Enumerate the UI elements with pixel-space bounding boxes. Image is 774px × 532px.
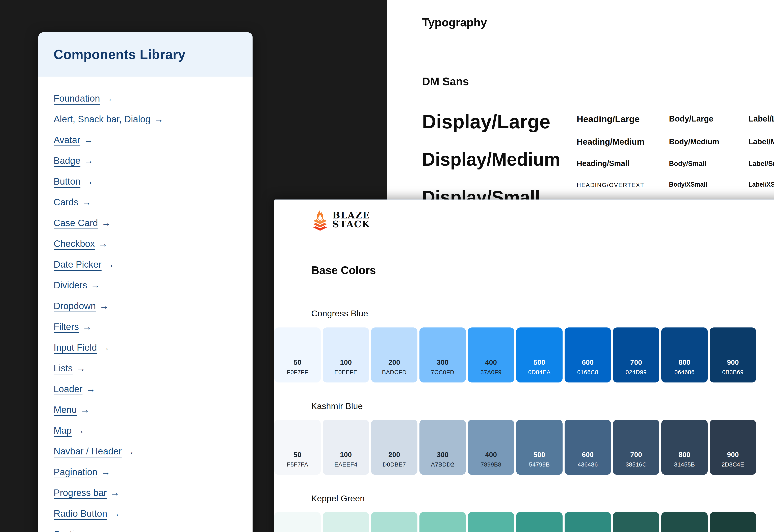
component-link-item: Foundation→ xyxy=(54,93,253,104)
palette-name: Congress Blue xyxy=(311,309,774,318)
component-link[interactable]: Alert, Snack bar, Dialog xyxy=(54,114,151,125)
swatch-step-label: 200 xyxy=(388,451,400,459)
design-system-canvas: Components Library Foundation→Alert, Sna… xyxy=(0,0,774,532)
swatch-hex-label: 0B3B69 xyxy=(722,369,744,376)
color-swatch: 700024D99 xyxy=(613,327,659,382)
color-swatch xyxy=(710,512,756,532)
arrow-right-icon: → xyxy=(111,508,120,519)
arrow-right-icon: → xyxy=(154,114,163,125)
component-link[interactable]: Navbar / Header xyxy=(54,446,122,457)
component-link[interactable]: Button xyxy=(54,176,80,187)
base-colors-panel: BLAZE STACK Base Colors Congress Blue50F… xyxy=(274,199,774,532)
color-swatch: 50054799B xyxy=(516,420,563,475)
components-library-card: Components Library Foundation→Alert, Sna… xyxy=(38,32,253,532)
component-link[interactable]: Radio Button xyxy=(54,508,107,519)
type-style-specimen: HEADING/OVERTEXT xyxy=(577,182,644,188)
label-styles-column: Label/LargeLabel/MediumLabel/SmallLabel/… xyxy=(748,0,774,222)
component-link[interactable]: Foundation xyxy=(54,93,100,104)
component-link[interactable]: Badge xyxy=(54,155,80,166)
swatch-step-label: 300 xyxy=(437,451,448,459)
palette-swatch-row: 50F5F7FA100EAEEF4200D0DBE7300A7BDD240078… xyxy=(274,420,762,475)
swatch-hex-label: 7CC0FD xyxy=(431,369,454,376)
swatch-hex-label: E0EEFE xyxy=(334,369,357,376)
color-swatch xyxy=(613,512,659,532)
type-style-specimen: Body/XSmall xyxy=(669,181,707,188)
component-link-item: Radio Button→ xyxy=(54,508,253,519)
type-style-specimen: Label/Small xyxy=(748,160,774,167)
component-link-item: Navbar / Header→ xyxy=(54,446,253,457)
display-styles-column: Display/LargeDisplay/MediumDisplay/Small xyxy=(422,0,527,222)
color-swatch xyxy=(565,512,611,532)
arrow-right-icon: → xyxy=(80,404,90,415)
component-link-item: Input Field→ xyxy=(54,342,253,353)
component-link[interactable]: Pagination xyxy=(54,467,97,477)
component-link[interactable]: Avatar xyxy=(54,134,80,145)
palette-swatch-row: 50F0F7FF100E0EEFE200BADCFD3007CC0FD40037… xyxy=(274,327,762,382)
swatch-hex-label: 31455B xyxy=(674,461,695,468)
component-link[interactable]: Progress bar xyxy=(54,487,107,498)
arrow-right-icon: → xyxy=(105,259,114,270)
color-swatch xyxy=(661,512,708,532)
swatch-hex-label: 0166C8 xyxy=(577,369,598,376)
color-swatch: 100E0EEFE xyxy=(323,327,369,382)
component-link[interactable]: Menu xyxy=(54,404,77,415)
arrow-right-icon: → xyxy=(125,446,135,457)
type-style-specimen: Label/Large xyxy=(748,114,774,123)
component-link-item: Dividers→ xyxy=(54,280,253,291)
component-link[interactable]: Lists xyxy=(54,363,73,374)
component-link[interactable]: Case Card xyxy=(54,217,98,228)
arrow-right-icon: → xyxy=(91,280,100,291)
color-swatch xyxy=(468,512,514,532)
component-link-item: Menu→ xyxy=(54,404,253,415)
color-swatch: 5000D84EA xyxy=(516,327,563,382)
component-link-item: Section→ xyxy=(54,529,253,532)
color-swatch xyxy=(419,512,466,532)
swatch-step-label: 600 xyxy=(582,358,594,366)
color-swatch: 50F0F7FF xyxy=(274,327,321,382)
component-link[interactable]: Map xyxy=(54,425,72,436)
component-link[interactable]: Dropdown xyxy=(54,300,96,311)
swatch-step-label: 100 xyxy=(340,451,352,459)
component-link-item: Pagination→ xyxy=(54,466,253,478)
swatch-hex-label: 064686 xyxy=(674,369,695,376)
component-link[interactable]: Dividers xyxy=(54,280,87,291)
component-link[interactable]: Loader xyxy=(54,383,82,394)
arrow-right-icon: → xyxy=(100,300,109,311)
arrow-right-icon: → xyxy=(101,467,110,477)
color-swatch: 600436486 xyxy=(565,420,611,475)
swatch-hex-label: A7BDD2 xyxy=(431,461,454,468)
color-swatch: 9002D3C4E xyxy=(710,420,756,475)
swatch-hex-label: 024D99 xyxy=(626,369,647,376)
swatch-hex-label: D0DBE7 xyxy=(383,461,406,468)
arrow-right-icon: → xyxy=(84,155,93,166)
component-link-item: Cards→ xyxy=(54,196,253,208)
color-swatch: 9000B3B69 xyxy=(710,327,756,382)
component-link[interactable]: Input Field xyxy=(54,342,97,353)
component-link-item: Case Card→ xyxy=(54,217,253,229)
swatch-hex-label: EAEEF4 xyxy=(334,461,357,468)
swatch-step-label: 600 xyxy=(582,451,594,459)
swatch-step-label: 900 xyxy=(727,358,739,366)
component-link-item: Alert, Snack bar, Dialog→ xyxy=(54,113,253,125)
type-style-specimen: Display/Medium xyxy=(422,149,560,170)
component-link[interactable]: Cards xyxy=(54,197,78,208)
swatch-step-label: 300 xyxy=(437,358,448,366)
type-style-specimen: Heading/Medium xyxy=(577,137,644,147)
component-link[interactable]: Filters xyxy=(54,321,79,332)
blaze-stack-logo: BLAZE STACK xyxy=(311,209,370,231)
type-style-specimen: Body/Small xyxy=(669,160,706,167)
color-swatch xyxy=(516,512,563,532)
arrow-right-icon: → xyxy=(86,383,95,394)
arrow-right-icon: → xyxy=(82,197,91,208)
arrow-right-icon: → xyxy=(84,176,93,187)
heading-styles-column: Heading/LargeHeading/MediumHeading/Small… xyxy=(577,0,681,222)
component-link[interactable]: Checkbox xyxy=(54,238,95,249)
arrow-right-icon: → xyxy=(104,93,113,104)
type-style-specimen: Display/Large xyxy=(422,110,550,133)
component-link[interactable]: Section xyxy=(54,529,84,532)
base-colors-title: Base Colors xyxy=(311,264,376,277)
component-link[interactable]: Date Picker xyxy=(54,259,102,270)
swatch-hex-label: F0F7FF xyxy=(287,369,308,376)
color-swatch: 40037A0F9 xyxy=(468,327,514,382)
color-swatch xyxy=(274,512,321,532)
